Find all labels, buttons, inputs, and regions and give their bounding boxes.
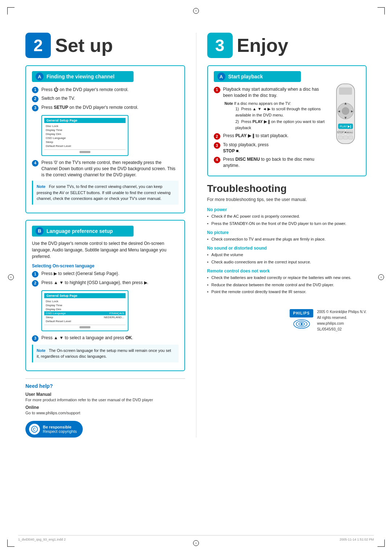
svg-text:◄: ◄ <box>337 109 341 113</box>
trouble-remote-2-text: Reduce the distance between the remote c… <box>211 282 334 288</box>
reg-mark-left <box>7 274 15 281</box>
screen1-row-2: Display Time <box>44 128 126 132</box>
screen1-footer <box>44 149 126 153</box>
reg-mark-top <box>192 7 200 15</box>
trouble-remote-3-text: Point the remote control directly toward… <box>211 289 306 295</box>
bullet-3: • <box>207 237 209 242</box>
philips-web: www.philips.com <box>317 321 367 327</box>
screen2-header: General Setup Page <box>44 293 126 298</box>
enjoy-column: 3 Enjoy A Start playback 1 Playback may … <box>207 33 367 438</box>
enjoy-note-sub1: 1) Press ▲ ▼ ◄ ▶ to scroll through the o… <box>236 106 328 118</box>
setup-step-4: 4 Press '0' on the TV's remote control, … <box>32 160 179 178</box>
bullet-1: • <box>207 214 209 219</box>
setup-section-header: 2 Set up <box>25 33 185 58</box>
crop-mark-bl <box>7 539 15 547</box>
enjoy-step-2: 2 Press PLAY ▶ ‖ to start playback. <box>214 133 328 140</box>
need-help-title: Need help? <box>25 383 185 389</box>
troubleshooting-title: Troubleshooting <box>207 183 367 194</box>
enjoy-step-2-num: 2 <box>214 133 220 140</box>
trouble-remote-title: Remote control does not work <box>207 268 367 274</box>
lang-intro: Use the DVD player's remote control to s… <box>32 240 179 260</box>
screen1-row-1: Disc Lock <box>44 124 126 128</box>
be-responsible-text: Be responsible Respect copyrights <box>43 425 77 434</box>
svg-rect-17 <box>348 136 353 139</box>
bullet-2: • <box>207 221 209 226</box>
philips-rights: All rights reserved. <box>317 315 367 321</box>
crop-mark-tr <box>377 7 385 15</box>
enjoy-step-4-num: 4 <box>214 157 220 163</box>
enjoy-note-sub-steps: 1) Press ▲ ▼ ◄ ▶ to scroll through the o… <box>236 106 328 131</box>
enjoy-note-text: If a disc menu appears on the TV: <box>234 101 291 106</box>
online-text: Go to www.philips.com/support <box>25 411 185 415</box>
trouble-no-power-2: • Press the STANDBY-ON on the front of t… <box>207 221 367 226</box>
philips-brand: PHILIPS <box>290 309 314 317</box>
lang-step-2: 2 Press ▲ ▼ to highlight {OSD Language},… <box>32 280 179 287</box>
screen2-row-2: Display Time <box>44 303 126 307</box>
online-title: Online <box>25 405 185 410</box>
trouble-remote-2: • Reduce the distance between the remote… <box>207 282 367 288</box>
svg-text:▼: ▼ <box>344 116 347 120</box>
trouble-no-sound-2-text: Check audio connections are in the corre… <box>211 259 311 265</box>
note-2-text: The On-screen language for the setup men… <box>37 348 171 359</box>
trouble-no-sound-1: • Adjust the volume <box>207 252 367 258</box>
lang-step-2-num: 2 <box>32 280 38 287</box>
bullet-4: • <box>207 252 209 258</box>
crop-mark-tl <box>7 7 15 15</box>
enjoy-step-2-text: Press PLAY ▶ ‖ to start playback. <box>223 133 328 139</box>
trouble-no-sound-2: • Check audio connections are in the cor… <box>207 259 367 265</box>
svg-text:►: ► <box>350 109 354 113</box>
setup-section-a-title: Finding the viewing channel <box>46 74 114 79</box>
lang-step-3-num: 3 <box>32 335 38 342</box>
screen1-row-5: Sleep <box>44 140 126 144</box>
trouble-no-picture-1: • Check connection to TV and ensure the … <box>207 237 367 242</box>
setup-section-b-title: Language preference setup <box>46 228 113 234</box>
enjoy-step-1-text: Playback may start automatically when a … <box>223 86 328 99</box>
enjoy-step-3-num: 3 <box>214 142 220 149</box>
crop-mark-br <box>377 539 385 547</box>
enjoy-section-a-letter: A <box>217 73 225 81</box>
enjoy-section-a-header: A Start playback <box>214 71 301 82</box>
screen2-row-1: Disc Lock <box>44 299 126 303</box>
setup-title: Set up <box>55 34 113 56</box>
screen2-row-4: OSD LanguageFRANÇAIS <box>44 311 126 315</box>
screen-mockup-2: General Setup Page Disc Lock Display Tim… <box>41 290 128 331</box>
lang-step-1-num: 1 <box>32 271 38 278</box>
trouble-no-picture-title: No picture <box>207 230 367 235</box>
philips-waves-icon <box>293 319 311 329</box>
footer-right-text: 2005-11-14 1:51:02 PM <box>339 538 374 541</box>
svg-rect-2 <box>339 87 352 95</box>
be-responsible-badge: Be responsible Respect copyrights <box>25 421 83 438</box>
screen2-footer <box>44 325 126 328</box>
step-2-num: 2 <box>32 96 38 102</box>
trouble-remote-3: • Point the remote control directly towa… <box>207 289 367 295</box>
bullet-8: • <box>207 289 209 295</box>
remote-svg: ▲ ▼ ◄ ► PLAY ▶‖ STOP ■ MEN <box>331 82 360 147</box>
bullet-7: • <box>207 282 209 288</box>
note-1: Note For some TVs, to find the correct v… <box>32 181 179 205</box>
lang-step-3: 3 Press ▲ ▼ to select a language and pre… <box>32 335 179 342</box>
svg-text:▲: ▲ <box>344 101 347 105</box>
setup-step-3: 3 Press SETUP on the DVD player's remote… <box>32 104 179 111</box>
svg-point-0 <box>32 426 38 432</box>
step-4-text: Press '0' on the TV's remote control, th… <box>41 160 179 178</box>
enjoy-step-4: 4 Press DISC MENU to go back to the disc… <box>214 156 328 169</box>
setup-section-b: B Language preference setup Use the DVD … <box>25 220 185 371</box>
bottom-bar: 1_dvd3040_qsg_93_eng1.indd 2 2005-11-14 … <box>18 535 374 541</box>
setup-section-a-letter: A <box>36 73 44 81</box>
reg-mark-right <box>377 274 385 281</box>
trouble-no-power-1: • Check if the AC power cord is properly… <box>207 214 367 219</box>
bullet-6: • <box>207 275 209 280</box>
philips-code: SL/0545/93_02 <box>317 327 367 332</box>
screen2-row-3: Display Dim <box>44 307 126 311</box>
enjoy-step-4-text: Press DISC MENU to go back to the disc m… <box>223 156 328 169</box>
remote-illustration: ▲ ▼ ◄ ► PLAY ▶‖ STOP ■ MEN <box>331 82 360 149</box>
lang-step-2-text: Press ▲ ▼ to highlight {OSD Language}, t… <box>41 280 179 286</box>
trouble-remote-1: • Check the batteries are loaded correct… <box>207 275 367 280</box>
trouble-remote-1-text: Check the batteries are loaded correctly… <box>211 275 351 280</box>
note-1-text: For some TVs, to find the correct viewin… <box>37 184 171 201</box>
enjoy-step-3-text: To stop playback, pressSTOP ■. <box>223 142 328 154</box>
philips-year: 2005 © Koninklijke Philips N.V. <box>317 309 367 315</box>
screen1-header: General Setup Page <box>44 118 126 123</box>
footer-left-text: 1_dvd3040_qsg_93_eng1.indd 2 <box>18 538 66 541</box>
enjoy-step-1-num: 1 <box>214 87 220 93</box>
